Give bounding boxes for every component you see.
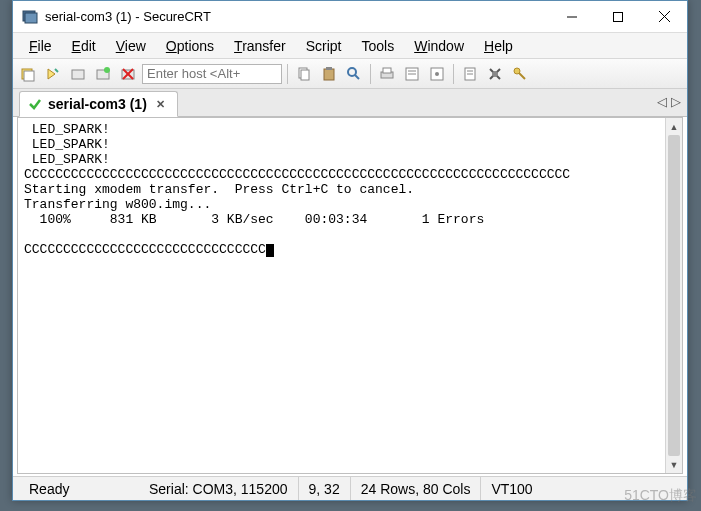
- menu-edit[interactable]: Edit: [62, 36, 106, 56]
- host-input[interactable]: [142, 64, 282, 84]
- titlebar: serial-com3 (1) - SecureCRT: [13, 1, 687, 33]
- terminal-output[interactable]: LED_SPARK! LED_SPARK! LED_SPARK! CCCCCCC…: [18, 118, 665, 473]
- find-icon[interactable]: [343, 63, 365, 85]
- app-icon: [21, 8, 39, 26]
- status-ready: Ready: [19, 477, 99, 500]
- log-icon[interactable]: [459, 63, 481, 85]
- window-buttons: [549, 2, 687, 32]
- menu-file[interactable]: File: [19, 36, 62, 56]
- svg-line-20: [355, 75, 359, 79]
- menubar: File Edit View Options Transfer Script T…: [13, 33, 687, 59]
- svg-rect-1: [25, 13, 37, 23]
- scroll-up-arrow[interactable]: ▲: [666, 118, 682, 135]
- menu-transfer[interactable]: Transfer: [224, 36, 296, 56]
- settings-icon[interactable]: [484, 63, 506, 85]
- menu-view[interactable]: View: [106, 36, 156, 56]
- tab-prev-arrow[interactable]: ◁: [657, 94, 667, 109]
- tab-serial-com3[interactable]: serial-com3 (1) ✕: [19, 91, 178, 117]
- terminal-cursor: [266, 244, 274, 257]
- svg-point-19: [348, 68, 356, 76]
- status-serial: Serial: COM3, 115200: [139, 477, 299, 500]
- terminal-area: LED_SPARK! LED_SPARK! LED_SPARK! CCCCCCC…: [17, 117, 683, 474]
- svg-point-11: [104, 67, 110, 73]
- quick-connect-icon[interactable]: [42, 63, 64, 85]
- status-size: 24 Rows, 80 Cols: [351, 477, 482, 500]
- status-emulation: VT100: [481, 477, 542, 500]
- status-cursor: 9, 32: [299, 477, 351, 500]
- menu-tools[interactable]: Tools: [352, 36, 405, 56]
- menu-script[interactable]: Script: [296, 36, 352, 56]
- menu-options[interactable]: Options: [156, 36, 224, 56]
- vertical-scrollbar[interactable]: ▲ ▼: [665, 118, 682, 473]
- toolbar-separator: [370, 64, 371, 84]
- tab-next-arrow[interactable]: ▷: [671, 94, 681, 109]
- minimize-button[interactable]: [549, 2, 595, 32]
- key-icon[interactable]: [509, 63, 531, 85]
- connect-icon[interactable]: [17, 63, 39, 85]
- title-text: serial-com3 (1) - SecureCRT: [45, 9, 549, 24]
- svg-rect-18: [326, 67, 332, 70]
- check-icon: [28, 97, 42, 111]
- app-window: serial-com3 (1) - SecureCRT File Edit Vi…: [12, 0, 688, 501]
- menu-window[interactable]: Window: [404, 36, 474, 56]
- maximize-button[interactable]: [595, 2, 641, 32]
- toolbar: [13, 59, 687, 89]
- tab-close-button[interactable]: ✕: [153, 96, 169, 112]
- tabbar: serial-com3 (1) ✕ ◁ ▷: [13, 89, 687, 117]
- svg-line-35: [519, 73, 525, 79]
- disconnect-icon[interactable]: [117, 63, 139, 85]
- copy-icon[interactable]: [293, 63, 315, 85]
- svg-rect-3: [614, 12, 623, 21]
- tab-label: serial-com3 (1): [48, 96, 147, 112]
- statusbar: Ready Serial: COM3, 115200 9, 32 24 Rows…: [13, 476, 687, 500]
- toolbar-separator: [453, 64, 454, 84]
- svg-rect-16: [301, 70, 309, 80]
- print-icon[interactable]: [376, 63, 398, 85]
- svg-rect-17: [324, 69, 334, 80]
- scroll-track[interactable]: [666, 135, 682, 456]
- svg-line-8: [55, 69, 58, 72]
- close-button[interactable]: [641, 2, 687, 32]
- svg-point-33: [492, 71, 498, 77]
- paste-icon[interactable]: [318, 63, 340, 85]
- svg-rect-9: [72, 70, 84, 79]
- svg-rect-7: [24, 71, 34, 81]
- properties-icon[interactable]: [401, 63, 423, 85]
- connect-tab-icon[interactable]: [92, 63, 114, 85]
- tab-nav-arrows: ◁ ▷: [657, 94, 681, 109]
- svg-point-27: [435, 72, 439, 76]
- scroll-down-arrow[interactable]: ▼: [666, 456, 682, 473]
- menu-help[interactable]: Help: [474, 36, 523, 56]
- svg-rect-22: [383, 68, 391, 73]
- scroll-thumb[interactable]: [668, 135, 680, 456]
- session-options-icon[interactable]: [426, 63, 448, 85]
- reconnect-icon[interactable]: [67, 63, 89, 85]
- toolbar-separator: [287, 64, 288, 84]
